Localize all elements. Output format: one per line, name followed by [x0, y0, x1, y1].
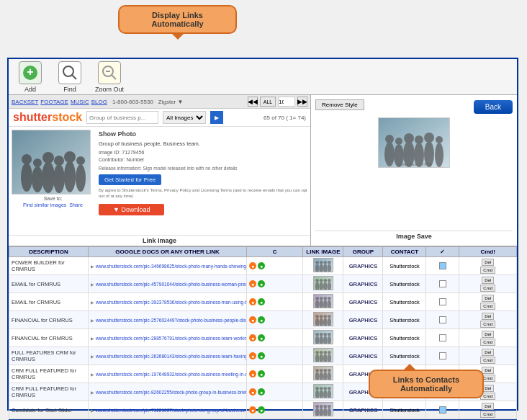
svg-point-96: [328, 369, 331, 372]
ss-search-btn[interactable]: ▶: [210, 111, 223, 124]
dot-green-btn[interactable]: ●: [258, 262, 265, 269]
mini-image: [313, 348, 333, 362]
cmd-btn[interactable]: Cmd: [480, 267, 495, 274]
ss-user[interactable]: Zigster ▼: [158, 99, 184, 105]
del-btn[interactable]: Del: [482, 277, 494, 284]
cell-desc: POWER BUILDER for CRMRUS: [9, 257, 89, 275]
col-link-image: LINK IMAGE: [303, 247, 343, 257]
cell-contact: Shutterstock: [383, 275, 426, 293]
cell-actions: Del Cmd: [459, 401, 517, 419]
dot-orange-btn[interactable]: ●: [249, 334, 256, 341]
ss-next-arrow[interactable]: ▶▶: [297, 97, 307, 107]
del-btn[interactable]: Del: [482, 403, 494, 410]
del-btn[interactable]: Del: [482, 349, 494, 356]
row-checkbox[interactable]: [439, 334, 446, 341]
dot-green-btn[interactable]: ●: [258, 370, 265, 377]
find-button[interactable]: Find: [55, 61, 84, 93]
dot-orange-btn[interactable]: ●: [249, 370, 256, 377]
link-url[interactable]: www.shutterstock.com/pic-262680143/stock…: [96, 354, 247, 359]
cell-group: GRAPHICS: [343, 401, 383, 419]
mini-image: [313, 330, 333, 344]
row-checkbox[interactable]: [439, 280, 446, 287]
ss-all-btn[interactable]: ALL: [260, 97, 276, 107]
ss-content: Save to: Find similar images Share Show …: [9, 127, 310, 235]
cell-check: [426, 293, 459, 311]
ss-nav-blog[interactable]: BLOG: [91, 99, 107, 105]
ss-find-similar-link[interactable]: Find similar images: [23, 202, 66, 207]
dot-green-btn[interactable]: ●: [258, 388, 265, 396]
svg-point-15: [54, 156, 64, 166]
zoom-icon: [98, 61, 121, 84]
row-checkbox[interactable]: [439, 352, 446, 359]
svg-point-14: [53, 164, 65, 193]
del-btn[interactable]: Del: [482, 331, 494, 338]
cmd-btn[interactable]: Cmd: [480, 339, 495, 346]
zoom-out-button[interactable]: Zoom Out: [95, 61, 124, 93]
dot-orange-btn[interactable]: ●: [249, 262, 256, 269]
cmd-btn[interactable]: Cmd: [480, 357, 495, 364]
ss-nav-music[interactable]: MUSIC: [71, 99, 89, 105]
cmd-btn[interactable]: Cmd: [480, 411, 495, 418]
del-btn[interactable]: Del: [482, 259, 494, 266]
ss-get-started-btn[interactable]: Get Started for Free: [99, 174, 161, 185]
cell-link: ▶ www.shutterstock.com/pic-262680143/sto…: [89, 347, 247, 365]
image-save-label: Image Save: [315, 231, 513, 241]
dot-green-btn[interactable]: ●: [258, 334, 265, 341]
row-checkbox[interactable]: [439, 262, 446, 269]
ss-download-btn[interactable]: ▼ Download: [99, 204, 164, 215]
ss-share-link[interactable]: Share: [69, 202, 83, 207]
dot-orange-btn[interactable]: ●: [249, 406, 256, 414]
ss-category-select[interactable]: All Images: [163, 111, 206, 124]
link-url[interactable]: www.shutterstock.com/pic-71221007/stock-…: [96, 408, 247, 413]
cmd-btn[interactable]: Cmd: [480, 321, 495, 328]
link-url[interactable]: www.shutterstock.com/pic-288576791/stock…: [96, 336, 247, 341]
del-btn[interactable]: Del: [482, 367, 494, 374]
dot-green-btn[interactable]: ●: [258, 406, 265, 414]
link-url[interactable]: www.shutterstock.com/pic-82602255/stock-…: [96, 390, 247, 395]
dot-green-btn[interactable]: ●: [258, 298, 265, 305]
dot-green-btn[interactable]: ●: [258, 316, 265, 323]
link-url[interactable]: www.shutterstock.com/pic-346698625/stock…: [96, 264, 247, 269]
ss-nav-footage[interactable]: FOOTAGE: [40, 99, 68, 105]
row-checkbox[interactable]: [439, 298, 446, 305]
cell-desc: CRM FULL FEATURED for CRMRUS: [9, 383, 89, 401]
add-button[interactable]: + Add: [16, 61, 45, 93]
cell-desc: FINANCIAL for CRMRUS: [9, 329, 89, 347]
dot-orange-btn[interactable]: ●: [249, 352, 256, 359]
row-checkbox[interactable]: [439, 316, 446, 323]
link-url[interactable]: www.shutterstock.com/pic-197648932/stock…: [96, 372, 247, 377]
svg-point-40: [323, 261, 327, 264]
dot-orange-btn[interactable]: ●: [249, 280, 256, 287]
ss-photo-title: Show Photo: [99, 130, 307, 139]
ss-phone: 1-800-603-5530: [112, 99, 153, 105]
row-checkbox[interactable]: [439, 406, 446, 414]
dot-green-btn[interactable]: ●: [258, 352, 265, 359]
cmd-btn[interactable]: Cmd: [480, 303, 495, 310]
dot-orange-btn[interactable]: ●: [249, 298, 256, 305]
ss-save-to: Save to:: [12, 196, 94, 201]
cell-c: ● ●: [247, 293, 303, 311]
col-group: GROUP: [343, 247, 383, 257]
link-url[interactable]: www.shutterstock.com/pic-392378536/stock…: [96, 300, 247, 305]
remove-style-btn[interactable]: Remove Style: [315, 99, 364, 110]
cell-actions: Del Cmd: [459, 275, 517, 293]
ss-page-input[interactable]: [278, 97, 295, 107]
cmd-btn[interactable]: Cmd: [480, 285, 495, 292]
dot-orange-btn[interactable]: ●: [249, 388, 256, 396]
del-btn[interactable]: Del: [482, 313, 494, 320]
back-btn[interactable]: Back: [474, 100, 513, 114]
del-btn[interactable]: Del: [482, 295, 494, 302]
cell-link: ▶ www.shutterstock.com/pic-392378536/sto…: [89, 293, 247, 311]
ss-prev-arrow[interactable]: ◀◀: [248, 97, 258, 107]
link-url[interactable]: www.shutterstock.com/pic-257602449?/stoc…: [96, 318, 247, 323]
ss-search-input[interactable]: [86, 111, 158, 124]
dot-green-btn[interactable]: ●: [258, 280, 265, 287]
ss-nav-backset[interactable]: BACKSET: [12, 99, 38, 105]
dot-orange-btn[interactable]: ●: [249, 316, 256, 323]
svg-point-67: [323, 315, 327, 318]
svg-point-78: [328, 333, 331, 336]
cell-c: ● ●: [247, 401, 303, 419]
ss-description: Group of business people, Business team.: [99, 140, 307, 148]
table-row: Candidate for Start Slider ▶ www.shutter…: [9, 401, 517, 419]
link-url[interactable]: www.shutterstock.com/pic-457901044/stock…: [96, 282, 247, 287]
